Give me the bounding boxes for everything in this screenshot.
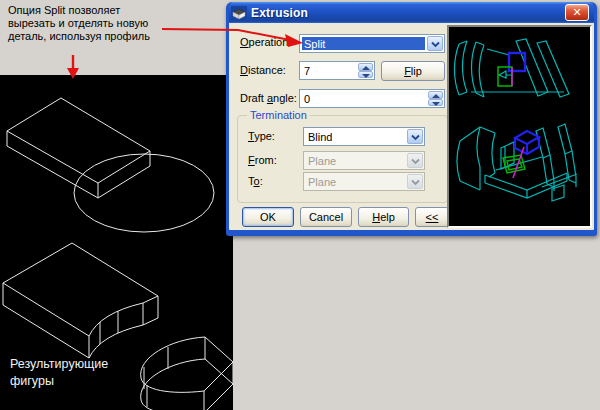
close-icon: ✕	[572, 6, 581, 18]
flip-button[interactable]: Flip	[381, 61, 445, 81]
type-value: Blind	[306, 130, 405, 143]
operation-label: Operation:	[240, 36, 291, 48]
chevron-down-icon	[410, 158, 421, 166]
help-button[interactable]: Help	[358, 207, 409, 227]
type-label: Type:	[248, 130, 275, 142]
to-value: Plane	[306, 175, 405, 188]
draft-angle-spinner	[299, 89, 445, 108]
operation-dropdown-button[interactable]	[427, 36, 443, 51]
cad-canvas: Результирующие фигуры	[0, 75, 233, 410]
preview-bottom-view	[457, 124, 577, 201]
termination-group-label: Termination	[247, 109, 310, 121]
extrusion-dialog: Extrusion ✕ Operation: Split Distance: F…	[226, 2, 597, 236]
arrow-up-icon	[432, 94, 440, 98]
arrow-down-icon	[362, 74, 370, 78]
type-dropdown-button[interactable]	[407, 129, 423, 144]
distance-input[interactable]	[300, 62, 361, 79]
arrow-up-icon	[362, 66, 370, 70]
distance-spinner	[299, 61, 375, 80]
from-value: Plane	[306, 154, 405, 167]
caption-line: Результирующие	[10, 356, 108, 373]
annotation-line: Опция Split позволяет	[8, 4, 223, 17]
from-label: From:	[248, 154, 277, 166]
to-dropdown-button	[407, 174, 423, 189]
draft-angle-label: Draft angle:	[240, 92, 297, 104]
distance-label: Distance:	[240, 64, 286, 76]
to-label: To:	[248, 175, 263, 187]
collapse-button[interactable]: <<	[415, 207, 449, 227]
arrow-down-icon	[432, 102, 440, 106]
annotation-line: вырезать и отделять новую	[8, 17, 223, 30]
spin-up-button[interactable]	[358, 63, 373, 71]
dialog-titlebar[interactable]: Extrusion ✕	[229, 2, 594, 23]
type-combobox[interactable]: Blind	[303, 127, 425, 146]
from-dropdown-button	[407, 153, 423, 168]
extrusion-icon	[231, 6, 247, 20]
spin-down-button[interactable]	[428, 99, 443, 107]
chevron-down-icon	[410, 179, 421, 187]
operation-combobox[interactable]: Split	[299, 34, 445, 53]
cancel-button[interactable]: Cancel	[300, 207, 352, 227]
draft-angle-input[interactable]	[300, 90, 431, 107]
canvas-caption: Результирующие фигуры	[10, 356, 108, 390]
annotation-line: деталь, используя профиль	[8, 30, 223, 43]
close-button[interactable]: ✕	[565, 4, 589, 21]
dialog-body: Operation: Split Distance: Flip Draft an…	[229, 23, 594, 230]
caption-line: фигуры	[10, 373, 108, 390]
preview-panel	[447, 25, 592, 228]
to-combobox: Plane	[303, 172, 425, 191]
wireframe-result-slab	[3, 243, 158, 358]
distance-spin-buttons	[358, 63, 373, 78]
wireframe-slab-with-ellipse	[7, 98, 214, 232]
dialog-title: Extrusion	[251, 6, 308, 20]
from-combobox: Plane	[303, 151, 425, 170]
spin-up-button[interactable]	[428, 91, 443, 99]
screen: { "colors": { "background": "#d6d3ce", "…	[0, 0, 600, 410]
ok-button[interactable]: OK	[242, 207, 294, 227]
annotation-note: Опция Split позволяет вырезать и отделят…	[8, 4, 223, 43]
wireframe-result-dome	[141, 337, 233, 410]
chevron-down-icon	[410, 134, 421, 142]
preview-drawing	[449, 27, 590, 226]
operation-value: Split	[302, 37, 425, 50]
spin-down-button[interactable]	[358, 71, 373, 79]
draft-angle-spin-buttons	[428, 91, 443, 106]
preview-top-view	[455, 39, 570, 97]
chevron-down-icon	[430, 41, 441, 49]
